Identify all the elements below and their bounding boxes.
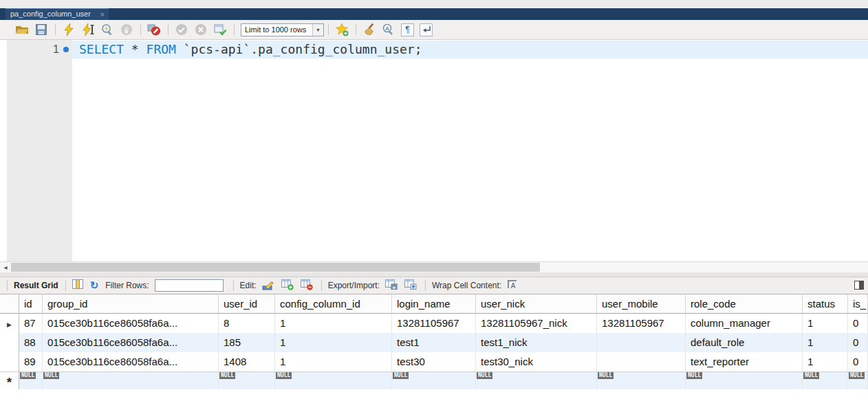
insert-row-icon[interactable] bbox=[281, 279, 294, 292]
toolbar-separator bbox=[65, 280, 66, 291]
show-invisibles-icon[interactable]: ¶ bbox=[401, 23, 414, 36]
import-recordset-icon[interactable] bbox=[404, 279, 417, 292]
editor-tab-bar: pa_config_column_user × bbox=[0, 8, 868, 20]
column-header-user-mobile[interactable]: user_mobile bbox=[597, 294, 686, 314]
table-cell-null[interactable]: NULL bbox=[19, 371, 43, 389]
table-cell[interactable]: 88 bbox=[19, 333, 43, 352]
chevron-down-icon[interactable]: ▼ bbox=[312, 24, 323, 36]
table-cell[interactable]: 015ce30b116ce86058fa6a... bbox=[43, 352, 219, 371]
commit-icon[interactable] bbox=[175, 23, 188, 36]
table-cell-null[interactable]: NULL bbox=[275, 371, 392, 389]
stop-on-error-toggle-icon[interactable] bbox=[147, 23, 161, 36]
sql-editor[interactable]: 1 SELECT * FROM `pcs-api`.pa_config_colu… bbox=[0, 40, 868, 261]
column-header-role-code[interactable]: role_code bbox=[686, 294, 803, 314]
wrap-text-toggle-icon[interactable] bbox=[420, 23, 433, 36]
table-cell[interactable]: 1 bbox=[803, 333, 848, 352]
column-header-user-nick[interactable]: user_nick bbox=[476, 294, 597, 314]
table-cell[interactable]: 8 bbox=[219, 314, 275, 333]
append-row[interactable]: *NULLNULLNULLNULLNULLNULLNULLNULLNULLNUL… bbox=[0, 371, 868, 389]
table-row: ▶87015ce30b116ce86058fa6a...811328110596… bbox=[0, 314, 868, 333]
refresh-icon[interactable]: ↻ bbox=[90, 280, 99, 291]
column-header-is[interactable]: is_ bbox=[848, 294, 868, 314]
table-cell-null[interactable]: NULL bbox=[848, 371, 868, 389]
rollback-icon[interactable] bbox=[194, 23, 208, 36]
execute-statement-icon[interactable] bbox=[62, 23, 76, 36]
table-cell[interactable] bbox=[597, 352, 686, 371]
stop-execution-icon[interactable] bbox=[120, 23, 133, 36]
toolbar-separator bbox=[425, 280, 426, 291]
table-cell[interactable]: 0 bbox=[848, 333, 868, 352]
export-recordset-icon[interactable] bbox=[385, 279, 398, 292]
table-cell[interactable]: 1 bbox=[803, 352, 848, 371]
column-header-login-name[interactable]: login_name bbox=[392, 294, 476, 314]
table-cell[interactable]: 015ce30b116ce86058fa6a... bbox=[43, 314, 219, 333]
table-cell[interactable]: 185 bbox=[219, 333, 275, 352]
scroll-left-icon[interactable]: ◂ bbox=[0, 262, 11, 272]
table-cell[interactable]: 0 bbox=[848, 314, 868, 333]
null-badge: NULL bbox=[598, 372, 614, 379]
explain-query-icon[interactable] bbox=[100, 23, 114, 36]
limit-rows-dropdown[interactable]: Limit to 1000 rows ▼ bbox=[241, 23, 324, 36]
autocommit-toggle-icon[interactable] bbox=[213, 23, 227, 36]
result-grid: idgroup_iduser_idconfig_column_idlogin_n… bbox=[0, 294, 868, 389]
table-cell[interactable] bbox=[597, 333, 686, 352]
scrollbar-thumb[interactable] bbox=[11, 263, 540, 272]
table-cell[interactable]: 13281105967_nick bbox=[476, 314, 597, 333]
table-cell[interactable]: 13281105967 bbox=[597, 314, 686, 333]
column-header-status[interactable]: status bbox=[803, 294, 848, 314]
table-cell-null[interactable]: NULL bbox=[392, 371, 476, 389]
column-header-user-id[interactable]: user_id bbox=[219, 294, 275, 314]
sql-segment-keyword: SELECT bbox=[79, 42, 124, 56]
table-cell-null[interactable]: NULL bbox=[597, 371, 686, 389]
table-cell-null[interactable]: NULL bbox=[219, 371, 275, 389]
table-cell-null[interactable]: NULL bbox=[686, 371, 803, 389]
table-cell[interactable]: column_manager bbox=[686, 314, 803, 333]
delete-row-icon[interactable] bbox=[301, 279, 313, 292]
table-cell[interactable]: test30 bbox=[392, 352, 476, 371]
table-cell[interactable]: text_reporter bbox=[686, 352, 803, 371]
table-cell[interactable]: 015ce30b116ce86058fa6a... bbox=[43, 333, 219, 352]
append-row-selector[interactable]: * bbox=[0, 371, 19, 389]
row-selector[interactable]: ▶ bbox=[0, 314, 19, 333]
row-selector-header[interactable] bbox=[0, 294, 19, 314]
table-cell[interactable]: 89 bbox=[19, 352, 43, 371]
open-script-icon[interactable] bbox=[15, 23, 29, 36]
column-header-id[interactable]: id bbox=[19, 294, 43, 314]
edit-record-pencil-icon[interactable] bbox=[262, 279, 274, 292]
save-snippet-icon[interactable] bbox=[335, 23, 349, 36]
row-selector[interactable] bbox=[0, 333, 19, 352]
table-cell[interactable]: 87 bbox=[19, 314, 43, 333]
table-cell[interactable]: 13281105967 bbox=[392, 314, 476, 333]
table-cell[interactable]: test30_nick bbox=[476, 352, 597, 371]
column-header-group-id[interactable]: group_id bbox=[43, 294, 219, 314]
table-cell[interactable]: test1 bbox=[392, 333, 476, 352]
tab-close-icon[interactable]: × bbox=[100, 10, 105, 20]
grid-columns-icon[interactable] bbox=[72, 279, 83, 292]
table-cell[interactable]: 1 bbox=[275, 352, 392, 371]
table-cell-null[interactable]: NULL bbox=[803, 371, 848, 389]
save-script-icon[interactable] bbox=[34, 23, 48, 36]
statement-marker-icon bbox=[63, 47, 69, 52]
filter-rows-input[interactable] bbox=[155, 279, 224, 292]
editor-horizontal-scrollbar[interactable]: ◂ bbox=[0, 261, 868, 272]
tab-pa-config-column-user[interactable]: pa_config_column_user × bbox=[6, 8, 109, 20]
table-cell[interactable]: 0 bbox=[848, 352, 868, 371]
table-cell[interactable]: 1 bbox=[275, 333, 392, 352]
table-cell-null[interactable]: NULL bbox=[43, 371, 219, 389]
side-panel-toggle-icon[interactable] bbox=[854, 281, 864, 290]
table-cell[interactable]: 1408 bbox=[219, 352, 275, 371]
wrap-cell-content-icon[interactable]: A bbox=[507, 279, 518, 292]
tab-title: pa_config_column_user bbox=[10, 10, 91, 18]
table-cell[interactable]: default_role bbox=[686, 333, 803, 352]
table-cell[interactable]: test1_nick bbox=[476, 333, 597, 352]
sql-line[interactable]: SELECT * FROM `pcs-api`.pa_config_column… bbox=[79, 41, 422, 58]
table-cell-null[interactable]: NULL bbox=[476, 371, 597, 389]
find-search-icon[interactable]: A bbox=[382, 23, 395, 36]
row-selector[interactable] bbox=[0, 352, 19, 371]
table-cell[interactable]: 1 bbox=[275, 314, 392, 333]
table-cell[interactable]: 1 bbox=[803, 314, 848, 333]
execute-current-statement-icon[interactable] bbox=[81, 23, 95, 36]
editor-gutter bbox=[7, 40, 72, 261]
beautify-script-icon[interactable] bbox=[362, 23, 376, 36]
column-header-config-column-id[interactable]: config_column_id bbox=[275, 294, 392, 314]
